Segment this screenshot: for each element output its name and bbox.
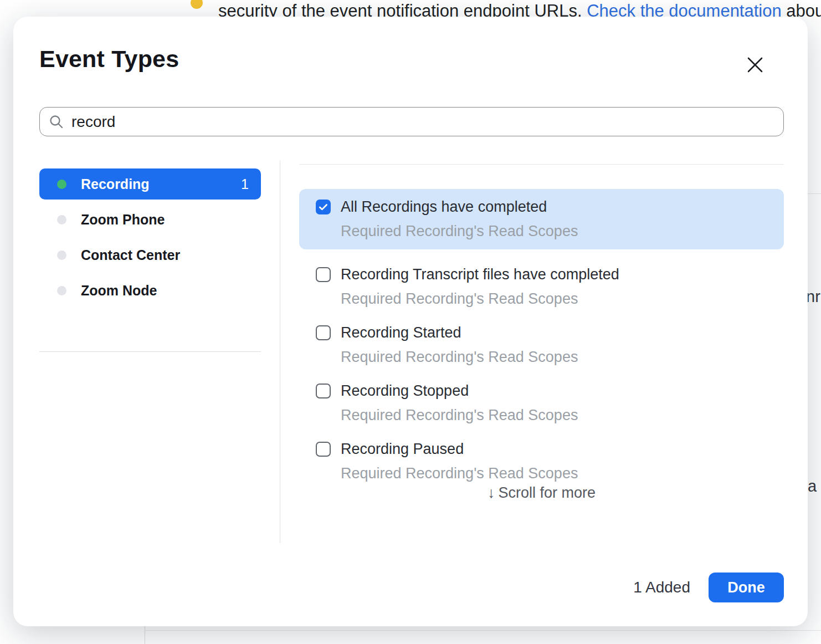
checkbox-unchecked-icon[interactable] (316, 267, 331, 282)
category-status-dot (57, 251, 66, 260)
category-label: Zoom Phone (81, 212, 165, 228)
event-title: All Recordings have completed (341, 198, 547, 216)
event-title: Recording Stopped (341, 382, 469, 400)
category-list: Recording 1 Zoom Phone Contact Center Zo… (39, 168, 261, 310)
category-label: Recording (81, 176, 150, 192)
checkbox-unchecked-icon[interactable] (316, 442, 331, 457)
event-scopes: Required Recording's Read Scopes (341, 407, 784, 424)
event-scopes: Required Recording's Read Scopes (341, 349, 784, 366)
category-status-dot (57, 286, 66, 295)
checkbox-unchecked-icon[interactable] (316, 325, 331, 340)
category-status-dot (57, 215, 66, 224)
background-divider (808, 193, 821, 194)
warning-icon (191, 0, 203, 9)
search-input[interactable] (71, 113, 774, 131)
category-label: Contact Center (81, 247, 180, 263)
done-button[interactable]: Done (709, 573, 784, 602)
event-list-top-border (299, 164, 784, 165)
event-scopes: Required Recording's Read Scopes (341, 290, 784, 308)
background-divider (145, 625, 145, 644)
category-divider (39, 351, 261, 352)
modal-title: Event Types (39, 45, 179, 73)
event-row[interactable]: Recording Paused Required Recording's Re… (299, 441, 784, 482)
event-title: Recording Transcript files have complete… (341, 266, 619, 283)
category-item-zoom-node[interactable]: Zoom Node (39, 275, 261, 306)
down-arrow-icon: ↓ (488, 484, 495, 502)
panel-divider (280, 161, 280, 543)
category-item-zoom-phone[interactable]: Zoom Phone (39, 204, 261, 235)
page-background: security of the event notification endpo… (0, 0, 821, 644)
added-count: 1 Added (633, 579, 690, 596)
event-scopes: Required Recording's Read Scopes (341, 223, 773, 240)
scroll-for-more[interactable]: ↓Scroll for more (299, 484, 784, 502)
modal-footer: 1 Added Done (633, 573, 784, 602)
event-row[interactable]: Recording Stopped Required Recording's R… (299, 382, 784, 424)
event-title: Recording Started (341, 324, 461, 341)
background-text-fragment: a (808, 477, 817, 495)
event-row[interactable]: Recording Transcript files have complete… (299, 266, 784, 308)
event-row[interactable]: Recording Started Required Recording's R… (299, 324, 784, 366)
checkbox-checked-icon[interactable] (316, 200, 331, 214)
search-icon (49, 114, 64, 129)
background-text-fragment: nr (806, 288, 820, 306)
event-row-selected[interactable]: All Recordings have completed Required R… (299, 189, 784, 249)
event-types-modal: Event Types Recording 1 Zoom Phone (13, 17, 808, 626)
event-list: All Recordings have completed Required R… (299, 160, 784, 502)
category-item-contact-center[interactable]: Contact Center (39, 239, 261, 270)
category-count-badge: 1 (241, 176, 249, 192)
scroll-more-label: Scroll for more (498, 484, 596, 501)
category-status-dot (57, 180, 66, 189)
category-item-recording[interactable]: Recording 1 (39, 168, 261, 200)
event-title: Recording Paused (341, 441, 464, 458)
search-box[interactable] (39, 107, 784, 136)
background-divider (145, 630, 821, 631)
checkbox-unchecked-icon[interactable] (316, 384, 331, 398)
close-icon[interactable] (745, 54, 766, 75)
event-scopes: Required Recording's Read Scopes (341, 465, 784, 482)
category-label: Zoom Node (81, 283, 157, 299)
